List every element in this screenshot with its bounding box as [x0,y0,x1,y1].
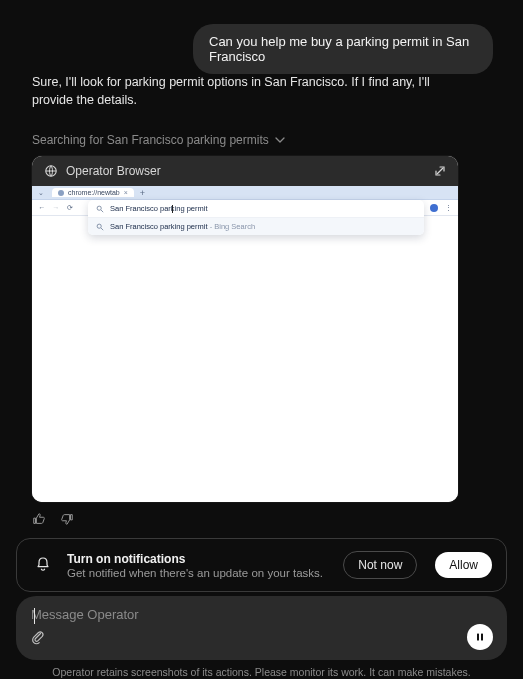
omnibox-suggestion-item[interactable]: San Francisco parking permit - Bing Sear… [88,218,424,235]
chrome-tabstrip: ⌄ chrome://newtab × + [32,186,458,200]
disclaimer-footnote: Operator retains screenshots of its acti… [0,666,523,678]
search-icon [96,205,104,213]
composer-caret [34,608,35,624]
operator-browser-title: Operator Browser [66,164,161,178]
svg-rect-6 [481,634,483,641]
svg-point-4 [97,224,101,228]
suggestion-main-text: San Francisco parking permit [110,222,208,231]
tab-overflow-chevron-icon[interactable]: ⌄ [36,189,46,197]
omnibox-input-row[interactable]: San Francisco parking permit [88,200,424,218]
chat-stage: Can you help me buy a parking permit in … [0,0,523,679]
thumbs-down-icon[interactable] [60,512,74,526]
assistant-message: Sure, I'll look for parking permit optio… [32,74,459,109]
operator-browser-header: Operator Browser [32,156,458,186]
disclaimer-text: Operator retains screenshots of its acti… [52,666,470,678]
omnibox-suggestion-dropdown: San Francisco parking permit San Francis… [88,200,424,235]
kebab-menu-icon[interactable]: ⋮ [444,204,452,212]
notifications-subtitle: Get notified when there's an update on y… [67,567,331,579]
new-tab-button[interactable]: + [140,188,145,198]
omnibox-input-value: San Francisco parking permit [110,204,208,213]
pause-button[interactable] [467,624,493,650]
chrome-tab-newtab[interactable]: chrome://newtab × [52,188,134,197]
bell-icon [31,553,55,577]
status-searching-text: Searching for San Francisco parking perm… [32,133,269,147]
thumbs-up-icon[interactable] [32,512,46,526]
expand-icon[interactable] [434,165,446,177]
suggestion-suffix-text: - Bing Search [208,222,256,231]
notifications-title: Turn on notifications [67,552,331,566]
not-now-button[interactable]: Not now [343,551,417,579]
status-searching-row[interactable]: Searching for San Francisco parking perm… [32,133,285,147]
chevron-down-icon [275,135,285,145]
reload-icon[interactable]: ⟳ [66,204,74,212]
globe-icon [44,164,58,178]
back-icon[interactable]: ← [38,204,46,211]
search-icon [96,223,104,231]
feedback-row [32,512,74,526]
allow-button[interactable]: Allow [435,552,492,578]
svg-point-3 [97,206,101,210]
attachment-icon[interactable] [30,629,46,645]
notifications-text: Turn on notifications Get notified when … [67,552,331,579]
notifications-card: Turn on notifications Get notified when … [16,538,507,592]
chrome-tab-label: chrome://newtab [68,189,120,196]
composer [16,596,507,660]
tab-favicon [58,190,64,196]
composer-input[interactable] [30,606,493,623]
forward-icon[interactable]: → [52,204,60,211]
operator-browser-card: Operator Browser ⌄ chrome://newtab × + ←… [32,156,458,502]
svg-rect-5 [477,634,479,641]
user-message-bubble: Can you help me buy a parking permit in … [193,24,493,74]
user-message-text: Can you help me buy a parking permit in … [209,34,469,64]
tab-close-icon[interactable]: × [124,189,128,196]
operator-browser-viewport: ⌄ chrome://newtab × + ← → ⟳ ⋮ [32,186,458,502]
profile-avatar-icon[interactable] [430,204,438,212]
assistant-message-text: Sure, I'll look for parking permit optio… [32,75,430,107]
